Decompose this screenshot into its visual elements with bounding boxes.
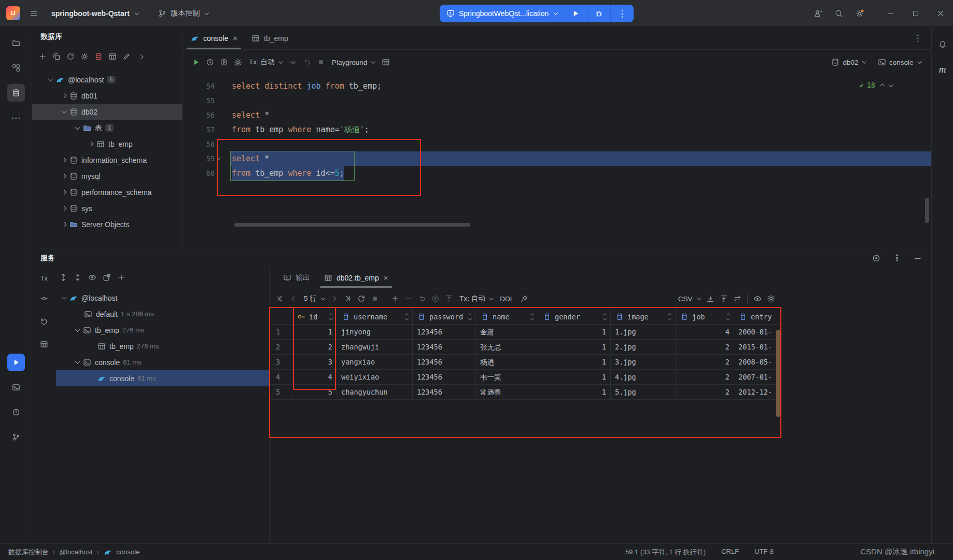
problems-tool-button[interactable] [7, 403, 25, 421]
code-line-54[interactable]: 54select distinct job from tb_emp; [183, 79, 931, 93]
chevron-up-icon[interactable] [880, 83, 885, 88]
stop-icon[interactable] [315, 56, 327, 68]
git-tool-button[interactable] [7, 428, 25, 446]
grid-cell-name[interactable]: 常遇春 [476, 385, 538, 400]
settings-button[interactable] [849, 3, 870, 24]
search-everywhere-button[interactable] [829, 3, 849, 24]
notifications-icon[interactable] [936, 38, 949, 51]
tree-item-tb_emp[interactable]: tb_emp276 ms [56, 338, 269, 354]
prev-page-icon[interactable] [287, 292, 300, 305]
run-button[interactable] [564, 5, 587, 22]
chevron-down-icon[interactable] [75, 327, 80, 332]
grid-cell-job[interactable]: 2 [676, 370, 734, 385]
eye-icon[interactable] [86, 271, 99, 284]
grid-cell-job[interactable]: 4 [676, 325, 734, 340]
chevron-down-icon[interactable] [48, 76, 53, 81]
tree-item-Server Objects[interactable]: Server Objects [32, 216, 182, 232]
tree-item-performance_schema[interactable]: performance_schema [32, 184, 182, 200]
chevron-right-icon[interactable] [62, 93, 67, 99]
delete-row-icon[interactable] [402, 292, 415, 305]
chevron-down-icon[interactable] [75, 124, 80, 130]
close-tab-icon[interactable]: × [384, 273, 388, 282]
chevron-right-icon[interactable] [62, 206, 67, 211]
gear-icon[interactable] [232, 56, 244, 68]
run-config-selector[interactable]: SpringbootWebQst...lication [440, 5, 564, 22]
grid-cell-gender[interactable]: 1 [538, 340, 611, 355]
grid-cell-gender[interactable]: 1 [538, 385, 611, 400]
grid-cell-id[interactable]: 3 [292, 355, 337, 370]
grid-cell-password[interactable]: 123456 [413, 325, 476, 340]
session-dropdown[interactable]: console [874, 58, 924, 67]
first-page-icon[interactable] [274, 292, 286, 305]
open-in-new-icon[interactable] [101, 271, 113, 284]
table-view-icon[interactable] [106, 50, 119, 63]
tree-item-mysql[interactable]: mysql [32, 168, 182, 184]
breadcrumb-item[interactable]: @localhost [59, 548, 93, 556]
pin-icon[interactable] [518, 292, 530, 305]
rollback-icon[interactable] [301, 56, 313, 68]
chevron-down-icon[interactable] [62, 108, 67, 114]
row-number[interactable]: 4 [270, 370, 292, 385]
rollback-icon[interactable] [38, 315, 50, 328]
commit-icon[interactable] [38, 292, 50, 305]
gear-icon[interactable] [78, 50, 91, 63]
tab-console[interactable]: console × [184, 27, 244, 49]
tx-toggle[interactable]: Tx [40, 275, 48, 282]
services-tool-button[interactable] [7, 354, 25, 371]
grid-cell-name[interactable]: 张无忌 [476, 340, 538, 355]
grid-cell-job[interactable]: 2 [676, 340, 734, 355]
grid-cell-username[interactable]: changyuchun [337, 385, 413, 400]
editor-horizontal-scrollbar[interactable] [234, 223, 470, 227]
grid-cell-password[interactable]: 123456 [413, 355, 476, 370]
tree-item-表[interactable]: 表1 [32, 120, 182, 136]
tree-item-information_schema[interactable]: information_schema [32, 152, 182, 168]
code-editor[interactable]: 54select distinct job from tb_emp;5556se… [183, 75, 931, 248]
grid-cell-entry[interactable]: 2012-12- [734, 385, 781, 400]
maven-icon[interactable]: m [939, 64, 946, 74]
tx-mode-dropdown[interactable]: Tx: 自动 [246, 58, 285, 67]
compare-icon[interactable] [731, 292, 744, 305]
last-page-icon[interactable] [342, 292, 354, 305]
playground-dropdown[interactable]: Playground [329, 59, 378, 66]
line-separator[interactable]: CRLF [721, 548, 739, 557]
grid-cell-image[interactable]: 2.jpg [611, 340, 676, 355]
tree-item-default[interactable]: default1 s 286 ms [56, 306, 269, 322]
chevron-right-icon[interactable] [89, 142, 94, 147]
project-selector[interactable]: springboot-web-Qstart [51, 9, 138, 18]
grid-cell-gender[interactable]: 1 [538, 325, 611, 340]
grid-icon[interactable] [38, 338, 50, 351]
close-tab-icon[interactable]: × [233, 34, 237, 43]
table-icon[interactable] [380, 56, 392, 68]
grid-cell-image[interactable]: 3.jpg [611, 355, 676, 370]
reload-icon[interactable] [355, 292, 368, 305]
grid-cell-entry[interactable]: 2008-05- [734, 355, 781, 370]
column-header-entry[interactable]: entry [734, 309, 781, 325]
refresh-icon[interactable] [64, 50, 77, 63]
grid-cell-entry[interactable]: 2015-01- [734, 340, 781, 355]
close-button[interactable] [928, 0, 953, 27]
export-format-dropdown[interactable]: CSV [675, 295, 703, 303]
sort-icon[interactable] [469, 314, 471, 320]
grid-cell-image[interactable]: 5.jpg [611, 385, 676, 400]
tree-item-tb_emp[interactable]: tb_emp276 ms [56, 322, 269, 338]
grid-cell-image[interactable]: 1.jpg [611, 325, 676, 340]
next-page-icon[interactable] [328, 292, 341, 305]
inline-results-icon[interactable] [218, 56, 230, 68]
grid-cell-id[interactable]: 4 [292, 370, 337, 385]
chevron-right-icon[interactable] [62, 174, 67, 179]
duplicate-icon[interactable] [50, 50, 63, 63]
history-icon[interactable] [204, 56, 216, 68]
row-number[interactable]: 1 [270, 325, 292, 340]
column-header-job[interactable]: job [676, 309, 734, 325]
tree-item-console[interactable]: console61 ms [56, 370, 269, 386]
add-icon[interactable] [115, 271, 128, 284]
export-icon[interactable] [704, 292, 717, 305]
import-icon[interactable] [718, 292, 730, 305]
terminal-tool-button[interactable] [7, 379, 25, 396]
more-tools-button[interactable]: ⋯ [7, 109, 25, 127]
grid-cell-username[interactable]: yangxiao [337, 355, 413, 370]
grid-cell-password[interactable]: 123456 [413, 340, 476, 355]
minimize-button[interactable] [878, 0, 903, 27]
code-line-55[interactable]: 55 [183, 93, 931, 108]
chevron-right-icon[interactable] [62, 158, 67, 163]
